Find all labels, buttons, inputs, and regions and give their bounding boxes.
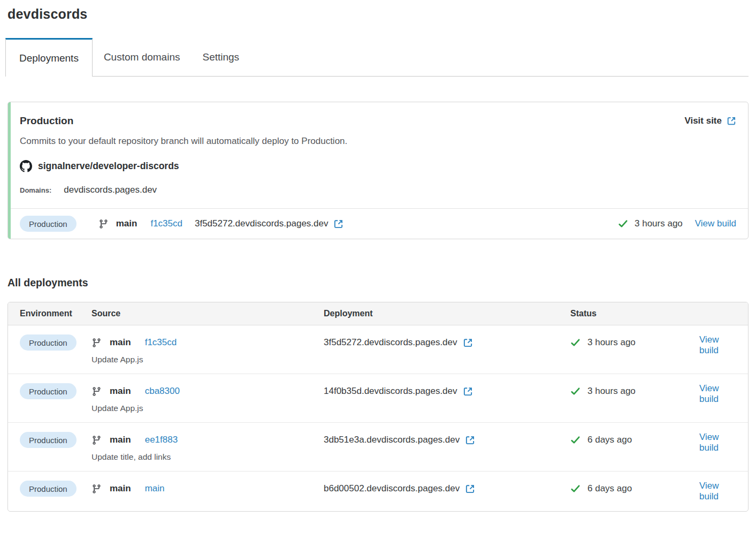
external-link-icon[interactable] xyxy=(333,219,343,229)
environment-badge: Production xyxy=(20,481,77,497)
column-header-deployment: Deployment xyxy=(324,309,570,318)
production-card-description: Commits to your default repository branc… xyxy=(20,136,736,147)
deployment-url[interactable]: 3f5d5272.devdiscords.pages.dev xyxy=(324,337,457,348)
branch-name: main xyxy=(116,218,138,229)
table-row: Production main cba8300 Update App.js 14… xyxy=(8,374,748,422)
branch-name: main xyxy=(110,386,131,397)
branch-name: main xyxy=(110,483,131,494)
commit-link[interactable]: f1c35cd xyxy=(150,218,182,229)
external-link-icon[interactable] xyxy=(463,386,473,397)
status-time: 6 days ago xyxy=(587,435,632,445)
commit-link[interactable]: ee1f883 xyxy=(145,435,178,445)
git-branch-icon xyxy=(91,338,102,348)
environment-badge: Production xyxy=(20,383,77,399)
check-icon xyxy=(570,435,581,445)
column-header-source: Source xyxy=(91,309,324,318)
git-branch-icon xyxy=(91,386,102,397)
column-header-status: Status xyxy=(570,309,687,318)
view-build-link[interactable]: View build xyxy=(699,383,736,405)
tab-custom-domains[interactable]: Custom domains xyxy=(93,38,192,76)
column-header-environment: Environment xyxy=(20,309,91,318)
tab-bar: Deployments Custom domains Settings xyxy=(7,38,749,77)
domains-row: Domains: devdiscords.pages.dev xyxy=(20,185,736,195)
commit-link[interactable]: f1c35cd xyxy=(145,337,177,348)
commit-link[interactable]: main xyxy=(145,483,165,494)
status-time: 6 days ago xyxy=(587,483,632,494)
status-time: 3 hours ago xyxy=(587,386,636,397)
production-card-title: Production xyxy=(20,115,73,127)
environment-badge: Production xyxy=(20,432,77,448)
production-card-body: Production Visit site Commits to your de… xyxy=(8,102,748,208)
environment-badge: Production xyxy=(20,334,77,351)
check-icon xyxy=(618,219,628,229)
visit-site-label: Visit site xyxy=(684,116,722,126)
status-time: 3 hours ago xyxy=(587,337,636,348)
external-link-icon[interactable] xyxy=(465,435,475,445)
column-header-actions xyxy=(687,309,736,318)
check-icon xyxy=(570,338,581,348)
table-row: Production main f1c35cd Update App.js 3f… xyxy=(8,325,748,374)
table-row: Production main ee1f883 Update title, ad… xyxy=(8,422,748,471)
commit-message: Update title, add links xyxy=(91,452,324,462)
git-branch-icon xyxy=(91,435,102,445)
tab-deployments[interactable]: Deployments xyxy=(5,38,93,77)
check-icon xyxy=(570,386,581,397)
repository-row: signalnerve/developer-discords xyxy=(20,160,736,172)
domain-value: devdiscords.pages.dev xyxy=(64,185,157,195)
branch-name: main xyxy=(110,435,131,445)
external-link-icon[interactable] xyxy=(463,338,473,348)
external-link-icon xyxy=(727,116,736,126)
tab-settings[interactable]: Settings xyxy=(191,38,250,76)
branch-name: main xyxy=(110,337,131,348)
view-build-link[interactable]: View build xyxy=(699,481,736,502)
check-icon xyxy=(570,484,581,494)
environment-badge: Production xyxy=(20,216,77,232)
commit-link[interactable]: cba8300 xyxy=(145,386,180,397)
view-build-link[interactable]: View build xyxy=(695,218,736,229)
visit-site-link[interactable]: Visit site xyxy=(684,116,736,126)
domains-label: Domains: xyxy=(20,186,51,194)
deployments-table: Environment Source Deployment Status Pro… xyxy=(7,302,749,512)
git-branch-icon xyxy=(98,219,109,229)
github-icon xyxy=(20,160,32,172)
deployment-url[interactable]: 3db51e3a.devdiscords.pages.dev xyxy=(324,435,460,445)
git-branch-icon xyxy=(91,484,102,494)
status-time: 3 hours ago xyxy=(635,218,683,229)
deployment-url[interactable]: 3f5d5272.devdiscords.pages.dev xyxy=(195,218,329,229)
production-deployment-row: Production main f1c35cd 3f5d5272.devdisc… xyxy=(8,208,748,239)
page: devdiscords Deployments Custom domains S… xyxy=(0,0,756,512)
commit-message: Update App.js xyxy=(91,404,324,413)
deployment-url[interactable]: b6d00502.devdiscords.pages.dev xyxy=(324,483,460,494)
external-link-icon[interactable] xyxy=(465,484,475,494)
table-header: Environment Source Deployment Status xyxy=(8,302,748,325)
deployment-url[interactable]: 14f0b35d.devdiscords.pages.dev xyxy=(324,386,457,397)
view-build-link[interactable]: View build xyxy=(699,334,736,356)
commit-message: Update App.js xyxy=(91,355,324,364)
status-group: 3 hours ago View build xyxy=(618,218,736,229)
table-row: Production main main b6d00502.devdiscord… xyxy=(8,471,748,511)
repository-name: signalnerve/developer-discords xyxy=(38,161,179,172)
view-build-link[interactable]: View build xyxy=(699,432,736,453)
all-deployments-title: All deployments xyxy=(7,277,749,289)
page-title: devdiscords xyxy=(7,6,749,22)
production-card: Production Visit site Commits to your de… xyxy=(7,102,749,239)
